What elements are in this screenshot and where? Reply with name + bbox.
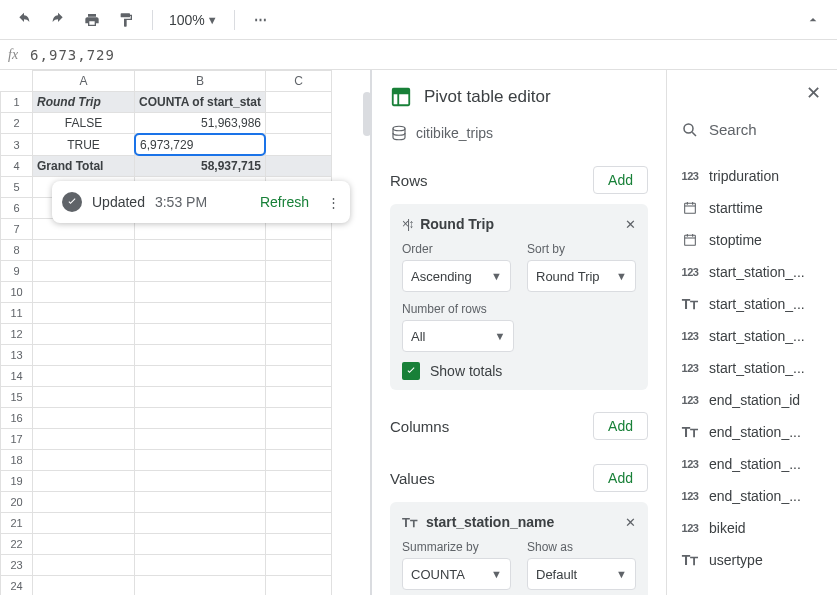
- cell[interactable]: [33, 534, 135, 555]
- row-header[interactable]: 9: [1, 261, 33, 282]
- cell[interactable]: [266, 282, 332, 303]
- cell[interactable]: [33, 471, 135, 492]
- cell[interactable]: [266, 345, 332, 366]
- field-item[interactable]: 123end_station_...: [667, 480, 837, 512]
- cell[interactable]: [266, 92, 332, 113]
- toast-menu-button[interactable]: ⋮: [327, 195, 340, 210]
- row-header[interactable]: 10: [1, 282, 33, 303]
- columns-add-button[interactable]: Add: [593, 412, 648, 440]
- row-header[interactable]: 17: [1, 429, 33, 450]
- cell[interactable]: [135, 282, 266, 303]
- row-header[interactable]: 20: [1, 492, 33, 513]
- more-toolbar-button[interactable]: ⋯: [247, 6, 275, 34]
- select-all-corner[interactable]: [1, 71, 33, 92]
- row-header[interactable]: 19: [1, 471, 33, 492]
- row-header[interactable]: 1: [1, 92, 33, 113]
- cell[interactable]: [33, 576, 135, 596]
- show-totals-checkbox[interactable]: Show totals: [402, 362, 636, 380]
- cell[interactable]: [135, 429, 266, 450]
- cell[interactable]: [33, 282, 135, 303]
- cell[interactable]: [33, 345, 135, 366]
- cell[interactable]: [33, 408, 135, 429]
- remove-value-button[interactable]: ✕: [625, 515, 636, 530]
- cell[interactable]: [266, 534, 332, 555]
- cell[interactable]: [266, 408, 332, 429]
- pivot-value-header[interactable]: COUNTA of start_stat: [135, 92, 266, 113]
- cell[interactable]: [266, 113, 332, 134]
- redo-button[interactable]: [44, 6, 72, 34]
- col-header-c[interactable]: C: [266, 71, 332, 92]
- row-header[interactable]: 6: [1, 198, 33, 219]
- row-header[interactable]: 8: [1, 240, 33, 261]
- showas-select[interactable]: Default▼: [527, 558, 636, 590]
- cell[interactable]: [135, 261, 266, 282]
- cell[interactable]: [33, 555, 135, 576]
- row-header[interactable]: 14: [1, 366, 33, 387]
- grand-total-label[interactable]: Grand Total: [33, 156, 135, 177]
- field-item[interactable]: starttime: [667, 192, 837, 224]
- cell[interactable]: [33, 261, 135, 282]
- close-editor-button[interactable]: ✕: [806, 82, 821, 104]
- cell[interactable]: [135, 513, 266, 534]
- cell[interactable]: [266, 492, 332, 513]
- row-header[interactable]: 2: [1, 113, 33, 134]
- rows-add-button[interactable]: Add: [593, 166, 648, 194]
- cell[interactable]: [266, 261, 332, 282]
- field-item[interactable]: Tᴛend_station_...: [667, 416, 837, 448]
- cell[interactable]: [135, 303, 266, 324]
- cell[interactable]: [266, 513, 332, 534]
- cell[interactable]: [135, 471, 266, 492]
- summarize-select[interactable]: COUNTA▼: [402, 558, 511, 590]
- field-item[interactable]: Tᴛstart_station_...: [667, 288, 837, 320]
- cell[interactable]: [33, 450, 135, 471]
- field-item[interactable]: Tᴛusertype: [667, 544, 837, 576]
- row-header[interactable]: 13: [1, 345, 33, 366]
- refresh-button[interactable]: Refresh: [260, 194, 309, 210]
- numrows-select[interactable]: All▼: [402, 320, 514, 352]
- paint-format-button[interactable]: [112, 6, 140, 34]
- cell[interactable]: [135, 576, 266, 596]
- field-item[interactable]: 123start_station_...: [667, 256, 837, 288]
- row-header[interactable]: 12: [1, 324, 33, 345]
- row-header[interactable]: 21: [1, 513, 33, 534]
- cell[interactable]: [266, 576, 332, 596]
- cell[interactable]: [135, 366, 266, 387]
- remove-row-button[interactable]: ✕: [625, 217, 636, 232]
- vertical-scrollbar[interactable]: [363, 92, 371, 136]
- zoom-dropdown[interactable]: 100% ▼: [165, 12, 222, 28]
- row-header[interactable]: 16: [1, 408, 33, 429]
- row-header[interactable]: 4: [1, 156, 33, 177]
- row-header[interactable]: 18: [1, 450, 33, 471]
- cell[interactable]: [266, 366, 332, 387]
- row-header[interactable]: 15: [1, 387, 33, 408]
- cell[interactable]: [266, 471, 332, 492]
- field-item[interactable]: 123start_station_...: [667, 352, 837, 384]
- field-item[interactable]: stoptime: [667, 224, 837, 256]
- row-header[interactable]: 5: [1, 177, 33, 198]
- cell[interactable]: [135, 450, 266, 471]
- formula-value[interactable]: 6,973,729: [30, 47, 115, 63]
- cell[interactable]: [266, 134, 332, 156]
- field-item[interactable]: 123start_station_...: [667, 320, 837, 352]
- cell[interactable]: [33, 240, 135, 261]
- cell[interactable]: [266, 240, 332, 261]
- cell[interactable]: [135, 387, 266, 408]
- cell[interactable]: [135, 408, 266, 429]
- cell[interactable]: [266, 303, 332, 324]
- field-item[interactable]: 123bikeid: [667, 512, 837, 544]
- cell[interactable]: [33, 324, 135, 345]
- cell[interactable]: [135, 555, 266, 576]
- cell[interactable]: [266, 555, 332, 576]
- undo-button[interactable]: [10, 6, 38, 34]
- row-header[interactable]: 22: [1, 534, 33, 555]
- col-header-a[interactable]: A: [33, 71, 135, 92]
- order-select[interactable]: Ascending▼: [402, 260, 511, 292]
- print-button[interactable]: [78, 6, 106, 34]
- cell[interactable]: [266, 387, 332, 408]
- selected-cell[interactable]: 6,973,729: [135, 134, 265, 155]
- field-item[interactable]: 123end_station_id: [667, 384, 837, 416]
- field-item[interactable]: 123end_station_...: [667, 448, 837, 480]
- col-header-b[interactable]: B: [135, 71, 266, 92]
- cell[interactable]: [266, 156, 332, 177]
- cell[interactable]: [33, 513, 135, 534]
